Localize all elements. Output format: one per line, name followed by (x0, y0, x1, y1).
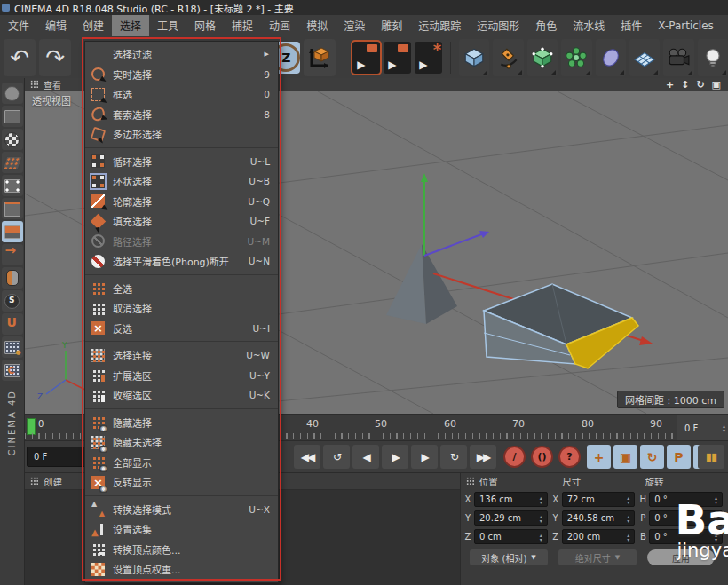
apply-button[interactable]: 应用 (647, 549, 715, 565)
transport-key-2-button[interactable]: ↻ (640, 445, 664, 469)
size-field-1[interactable]: 240.58 cm ▴▾ (562, 510, 636, 526)
menu-item-6[interactable]: 捕捉 (224, 15, 261, 36)
transport-key-0-button[interactable]: + (587, 445, 611, 469)
rail-button-4[interactable] (2, 175, 23, 196)
select-menu-item-15[interactable]: 反选 U~I (85, 319, 278, 339)
select-menu-item-5[interactable] (85, 145, 278, 152)
rotation-field-1[interactable]: 0 ° ▴▾ (649, 510, 723, 526)
transport-key-1-button[interactable]: ▣ (613, 445, 637, 469)
select-menu-item-25[interactable] (85, 493, 278, 500)
menu-item-2[interactable]: 创建 (75, 15, 112, 36)
add-camera-button[interactable] (663, 39, 693, 76)
select-menu-item-20[interactable] (85, 406, 278, 413)
select-menu-item-19[interactable]: 收缩选区 U~K (85, 385, 278, 406)
menu-item-17[interactable]: RealFlow (722, 15, 728, 36)
position-field-1[interactable]: 20.29 cm ▴▾ (474, 510, 548, 526)
menu-item-14[interactable]: 流水线 (565, 15, 613, 36)
select-menu-item-1[interactable]: 实时选择 9 (85, 65, 278, 85)
menu-item-15[interactable]: 插件 (613, 15, 650, 36)
end-frame-field[interactable]: 0 F ▴▾ (677, 415, 728, 441)
rail-button-8[interactable] (2, 267, 23, 289)
add-cube-button[interactable] (459, 39, 489, 76)
select-menu-item-10[interactable]: 路径选择 U~M (85, 232, 278, 252)
menu-item-8[interactable]: 模拟 (298, 15, 336, 36)
menu-item-9[interactable]: 渲染 (336, 15, 373, 36)
add-array-button[interactable] (561, 39, 591, 76)
select-menu-item-12[interactable] (85, 272, 278, 279)
undo-button[interactable]: ↶ (4, 39, 36, 76)
rail-button-9[interactable] (2, 290, 23, 312)
rail-button-11[interactable] (2, 336, 23, 358)
viewport-2-nav-icon[interactable]: ↻ (696, 80, 704, 90)
select-menu-item-21[interactable]: 隐藏选择 (85, 413, 278, 433)
timeline-options-button[interactable]: ▮▮ (698, 445, 724, 469)
select-menu-item-9[interactable]: 填充选择 U~F (85, 211, 278, 232)
transport-2-button[interactable]: ◀ (352, 445, 379, 469)
menu-item-12[interactable]: 运动图形 (469, 15, 527, 36)
transport-3-button[interactable]: ▶ (382, 445, 408, 469)
add-floor-button[interactable] (629, 39, 660, 76)
select-menu-item-6[interactable]: 循环选择 U~L (85, 152, 278, 172)
redo-button[interactable]: ↷ (39, 39, 71, 76)
select-menu-item-27[interactable]: 设置选集 (85, 519, 278, 540)
rail-button-12[interactable] (2, 360, 23, 381)
add-generator-button[interactable] (527, 39, 558, 76)
menu-item-0[interactable]: 文件 (0, 15, 37, 36)
transport-key-3-button[interactable]: P (667, 445, 691, 469)
menu-item-16[interactable]: X-Particles (650, 15, 722, 36)
rail-button-2[interactable] (2, 129, 23, 150)
select-menu-item-0[interactable]: 选择过滤 (85, 44, 278, 65)
select-menu-item-14[interactable]: 取消选择 (85, 298, 278, 319)
add-light-button[interactable] (698, 39, 728, 76)
record-2-button[interactable]: ? (558, 446, 581, 468)
select-menu-item-3[interactable]: 套索选择 8 (85, 105, 278, 125)
rail-button-3[interactable] (2, 152, 23, 173)
create-menu[interactable]: 创建 (44, 475, 62, 488)
rail-button-0[interactable] (2, 83, 23, 104)
select-menu-item-18[interactable]: 扩展选区 U~Y (85, 366, 278, 386)
coordinate-mode-dropdown[interactable]: 对象 (相对) ▼ (470, 549, 548, 565)
select-menu-item-29[interactable]: 设置顶点权重... (85, 559, 278, 580)
select-menu-item-24[interactable]: 反转显示 (85, 472, 278, 493)
add-deformer-button[interactable] (596, 39, 626, 76)
render-to-picture-viewer-button[interactable]: ▶ (384, 42, 411, 74)
menu-item-3[interactable]: 选择 (112, 15, 149, 36)
select-menu-item-23[interactable]: 全部显示 (85, 453, 278, 473)
rotation-field-0[interactable]: 0 ° ▴▾ (649, 492, 723, 507)
menu-item-10[interactable]: 雕刻 (373, 15, 410, 36)
render-view-button[interactable]: ▶ (352, 42, 380, 74)
select-menu-item-8[interactable]: 轮廓选择 U~Q (85, 192, 278, 212)
select-menu-item-22[interactable]: 隐藏未选择 (85, 432, 278, 453)
transport-5-button[interactable]: ↻ (440, 445, 467, 469)
transport-0-button[interactable]: ◀◀ (294, 445, 320, 469)
select-menu-item-7[interactable]: 环状选择 U~B (85, 171, 278, 192)
menu-item-1[interactable]: 编辑 (37, 15, 75, 36)
add-spline-button[interactable] (493, 39, 523, 76)
select-menu-item-2[interactable]: 框选 0 (85, 84, 278, 105)
menu-item-7[interactable]: 动画 (261, 15, 298, 36)
size-field-2[interactable]: 200 cm ▴▾ (562, 529, 636, 544)
transport-6-button[interactable]: ▶▶ (470, 445, 496, 469)
timeline-scrubber[interactable] (27, 418, 36, 435)
rail-button-7[interactable] (2, 244, 23, 265)
select-menu-item-26[interactable]: 转换选择模式 U~X (85, 500, 278, 520)
menu-item-5[interactable]: 网格 (186, 15, 224, 36)
rail-button-1[interactable] (2, 106, 23, 127)
rail-button-10[interactable] (2, 313, 23, 335)
select-menu-item-17[interactable]: 选择连接 U~W (85, 345, 278, 366)
select-menu-item-13[interactable]: 全选 (85, 279, 278, 299)
size-mode-dropdown[interactable]: 绝对尺寸 ▼ (558, 549, 637, 565)
viewport-3-nav-icon[interactable]: ▣ (712, 80, 721, 90)
record-0-button[interactable]: / (503, 446, 526, 468)
transport-4-button[interactable]: ▶ (411, 445, 438, 469)
coordinate-system-button[interactable] (304, 39, 336, 76)
viewport-view-menu[interactable]: 查看 (44, 78, 61, 91)
position-field-2[interactable]: 0 cm ▴▾ (474, 529, 548, 544)
record-1-button[interactable]: () (531, 446, 553, 468)
size-field-0[interactable]: 72 cm ▴▾ (562, 492, 636, 507)
menu-item-11[interactable]: 运动跟踪 (410, 15, 469, 36)
transport-1-button[interactable]: ↺ (323, 445, 350, 469)
rail-button-6[interactable] (2, 221, 23, 242)
rail-button-5[interactable] (2, 198, 23, 219)
select-menu-item-28[interactable]: 转换顶点颜色... (85, 540, 278, 560)
